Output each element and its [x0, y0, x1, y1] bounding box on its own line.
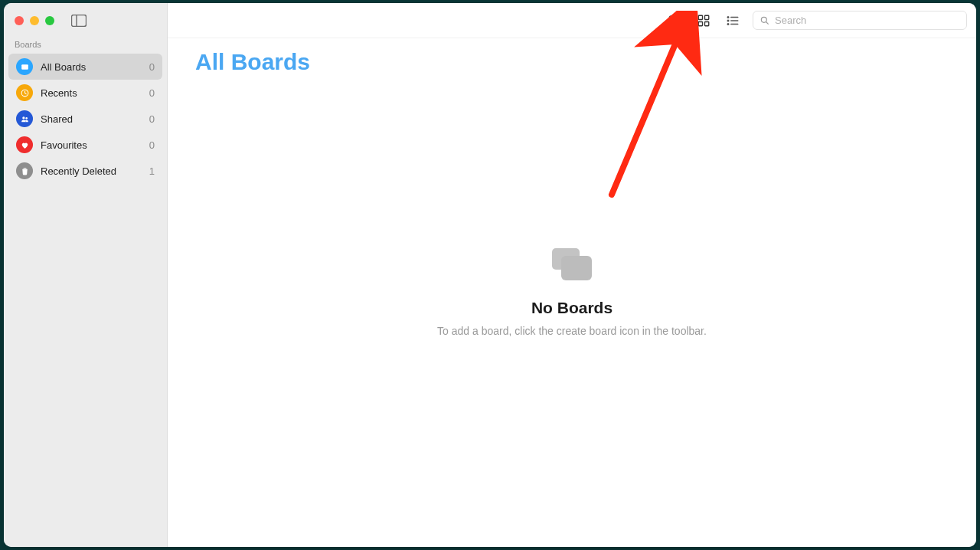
svg-rect-0	[72, 15, 87, 27]
heart-icon	[16, 136, 33, 153]
svg-rect-2	[21, 64, 28, 70]
sidebar-item-shared[interactable]: Shared 0	[8, 106, 162, 132]
close-window-button[interactable]	[15, 16, 24, 25]
compose-icon	[668, 13, 682, 28]
toggle-sidebar-button[interactable]	[71, 15, 87, 27]
sidebar-item-label: Shared	[41, 113, 73, 125]
sidebar-icon	[71, 15, 87, 27]
svg-point-17	[761, 17, 766, 22]
sidebar-item-label: Recents	[41, 87, 77, 99]
sidebar-item-count: 0	[149, 87, 155, 99]
page-title: All Boards	[168, 38, 976, 83]
minimize-window-button[interactable]	[30, 16, 39, 25]
sidebar-item-count: 1	[149, 165, 155, 177]
empty-state: No Boards To add a board, click the crea…	[168, 83, 976, 547]
sidebar-item-count: 0	[149, 113, 155, 125]
empty-subtitle: To add a board, click the create board i…	[437, 325, 707, 337]
list-icon	[726, 14, 740, 28]
sidebar-item-label: Recently Deleted	[41, 165, 116, 177]
svg-rect-7	[698, 15, 702, 19]
sidebar-item-recently-deleted[interactable]: Recently Deleted 1	[8, 158, 162, 184]
sidebar-item-favourites[interactable]: Favourites 0	[8, 132, 162, 158]
svg-point-5	[25, 117, 28, 119]
titlebar	[4, 3, 167, 38]
svg-point-13	[727, 20, 729, 21]
sidebar-item-label: All Boards	[41, 61, 86, 73]
sidebar-item-recents[interactable]: Recents 0	[8, 80, 162, 106]
svg-line-18	[766, 21, 769, 24]
svg-point-11	[727, 16, 729, 18]
sidebar-item-label: Favourites	[41, 139, 87, 151]
empty-title: No Boards	[531, 299, 612, 317]
window-controls	[15, 16, 54, 25]
sidebar-item-count: 0	[149, 139, 155, 151]
app-window: Boards All Boards 0 Recents 0	[4, 3, 976, 547]
board-icon	[16, 58, 33, 75]
sidebar-section-label: Boards	[4, 38, 167, 54]
sidebar-item-all-boards[interactable]: All Boards 0	[8, 54, 162, 80]
toolbar	[168, 3, 976, 38]
people-icon	[16, 110, 33, 127]
trash-icon	[16, 162, 33, 179]
svg-rect-9	[698, 21, 702, 25]
clock-icon	[16, 84, 33, 101]
list-view-button[interactable]	[724, 11, 742, 30]
search-input[interactable]	[775, 15, 960, 26]
search-icon	[760, 15, 770, 26]
grid-view-button[interactable]	[694, 11, 713, 30]
boards-empty-icon	[550, 247, 593, 285]
svg-rect-20	[561, 256, 592, 280]
sidebar-nav: All Boards 0 Recents 0 Shared 0	[4, 54, 167, 184]
sidebar: Boards All Boards 0 Recents 0	[4, 3, 168, 547]
grid-icon	[697, 14, 710, 28]
maximize-window-button[interactable]	[45, 16, 54, 25]
svg-rect-8	[705, 15, 709, 19]
svg-point-15	[727, 23, 729, 25]
create-board-button[interactable]	[665, 11, 684, 30]
main-content: All Boards No Boards To add a board, cli…	[168, 3, 976, 547]
svg-rect-10	[705, 21, 709, 25]
svg-point-4	[22, 116, 24, 119]
search-field[interactable]	[753, 11, 967, 30]
sidebar-item-count: 0	[149, 61, 155, 73]
